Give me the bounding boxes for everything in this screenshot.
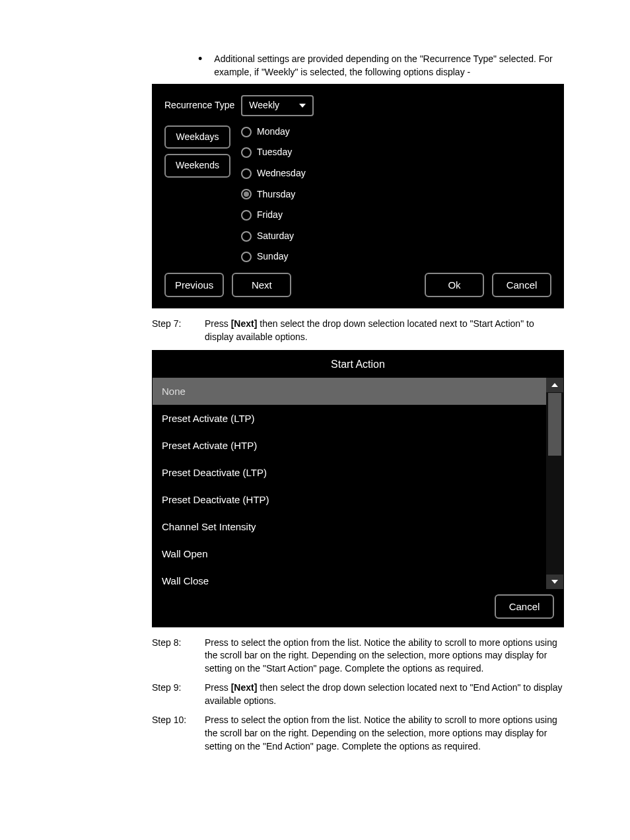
list-item[interactable]: Wall Open (153, 540, 546, 567)
recurrence-type-label: Recurrence Type (164, 99, 234, 112)
panel-title: Start Action (153, 351, 563, 377)
radio-icon (241, 168, 252, 179)
chevron-down-icon (551, 580, 558, 584)
scrollbar[interactable] (546, 378, 563, 589)
day-row-thursday[interactable]: Thursday (241, 188, 306, 201)
list-item[interactable]: Channel Set Intensity (153, 513, 546, 540)
day-label: Saturday (257, 230, 294, 243)
scroll-down-button[interactable] (546, 575, 563, 589)
step-text: Press to select the option from the list… (205, 637, 564, 676)
chevron-up-icon (551, 383, 558, 387)
bullet-item: • Additional settings are provided depen… (198, 53, 564, 79)
day-label: Wednesday (257, 167, 306, 180)
ok-button[interactable]: Ok (425, 273, 484, 297)
day-label: Thursday (257, 188, 295, 201)
day-label: Tuesday (257, 146, 292, 159)
day-label: Sunday (257, 250, 288, 263)
list-item[interactable]: Preset Activate (LTP) (153, 405, 546, 432)
radio-icon (241, 127, 252, 137)
radio-icon (241, 147, 252, 158)
step-7: Step 7: Press [Next] then select the dro… (152, 318, 564, 343)
step-8: Step 8: Press to select the option from … (152, 637, 564, 676)
scroll-track[interactable] (548, 393, 561, 574)
step-label: Step 7: (152, 318, 192, 343)
radio-icon (241, 189, 252, 199)
start-action-panel: Start Action None Preset Activate (LTP) … (152, 350, 564, 627)
day-row-monday[interactable]: Monday (241, 125, 306, 139)
recurrence-type-dropdown[interactable]: Weekly (241, 95, 314, 116)
day-row-tuesday[interactable]: Tuesday (241, 146, 306, 159)
next-button[interactable]: Next (232, 273, 291, 297)
step-label: Step 8: (152, 637, 192, 676)
step-label: Step 10: (152, 714, 192, 753)
radio-icon (241, 210, 252, 221)
step-label: Step 9: (152, 682, 192, 707)
list-item[interactable]: Preset Deactivate (HTP) (153, 486, 546, 513)
bullet-dot-icon: • (198, 53, 202, 65)
recurrence-type-value: Weekly (249, 99, 279, 112)
chevron-down-icon (299, 104, 306, 108)
weekends-button[interactable]: Weekends (164, 154, 230, 178)
day-row-sunday[interactable]: Sunday (241, 250, 306, 263)
radio-icon (241, 231, 252, 242)
scroll-thumb[interactable] (548, 393, 561, 456)
step-9: Step 9: Press [Next] then select the dro… (152, 682, 564, 707)
list-item[interactable]: None (153, 378, 546, 405)
action-list: None Preset Activate (LTP) Preset Activa… (153, 378, 546, 589)
day-label: Friday (257, 209, 283, 222)
radio-icon (241, 252, 252, 262)
step-10: Step 10: Press to select the option from… (152, 714, 564, 753)
cancel-button[interactable]: Cancel (492, 273, 551, 297)
bullet-text: Additional settings are provided dependi… (214, 53, 564, 79)
day-label: Monday (257, 125, 290, 139)
day-row-wednesday[interactable]: Wednesday (241, 167, 306, 180)
list-item[interactable]: Preset Activate (HTP) (153, 432, 546, 459)
step-text: Press to select the option from the list… (205, 714, 564, 753)
weekdays-button[interactable]: Weekdays (164, 125, 230, 149)
day-row-friday[interactable]: Friday (241, 209, 306, 222)
step-text: Press [Next] then select the drop down s… (205, 318, 564, 343)
scroll-up-button[interactable] (546, 378, 563, 392)
step-text: Press [Next] then select the drop down s… (205, 682, 564, 707)
list-item[interactable]: Preset Deactivate (LTP) (153, 459, 546, 486)
list-item[interactable]: Wall Close (153, 567, 546, 589)
cancel-button[interactable]: Cancel (495, 594, 554, 619)
recurrence-panel: Recurrence Type Weekly Weekdays Weekends… (152, 84, 564, 308)
previous-button[interactable]: Previous (164, 273, 224, 297)
day-row-saturday[interactable]: Saturday (241, 230, 306, 243)
